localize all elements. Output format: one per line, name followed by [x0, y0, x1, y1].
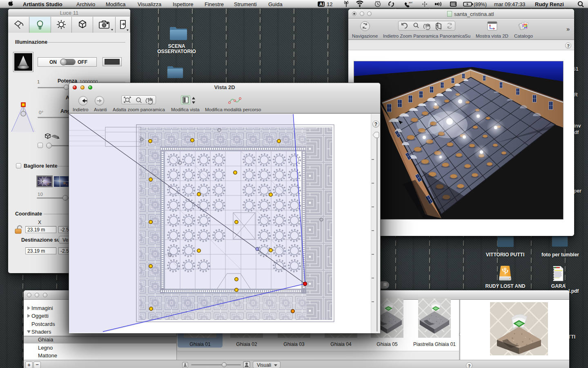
svg-text:atel: atel: [409, 1, 412, 4]
svg-text:A: A: [319, 2, 323, 7]
